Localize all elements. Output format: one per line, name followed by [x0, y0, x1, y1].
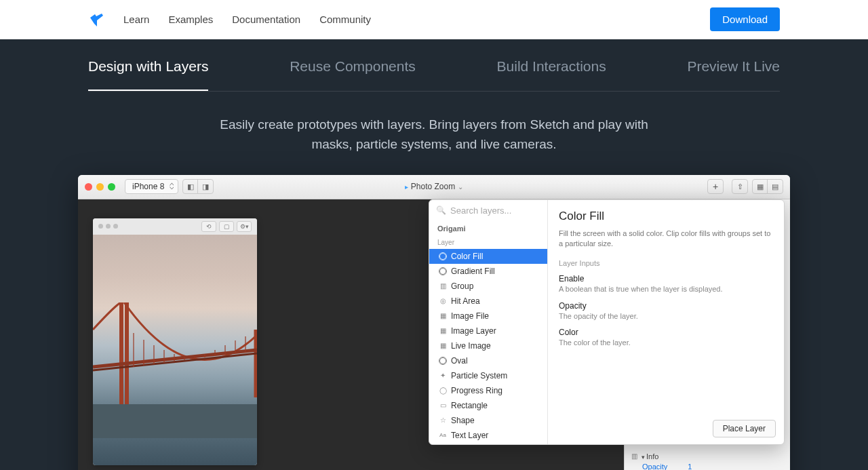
rect-icon	[439, 402, 447, 410]
tab-reuse-components[interactable]: Reuse Components	[290, 39, 416, 91]
layer-item-image-file[interactable]: Image File	[429, 309, 547, 324]
folder-icon: ▥	[631, 452, 637, 460]
layer-item-progress-ring[interactable]: Progress Ring	[429, 383, 547, 398]
place-layer-button[interactable]: Place Layer	[713, 420, 776, 437]
layer-item-label: Image File	[451, 311, 489, 321]
img-icon	[439, 312, 447, 320]
prop-name: Enable	[559, 274, 773, 283]
tab-design-layers[interactable]: Design with Layers	[88, 39, 208, 91]
layer-item-label: Particle System	[451, 371, 507, 380]
layer-item-group[interactable]: Group	[429, 279, 547, 294]
opacity-label: Opacity	[642, 463, 667, 470]
img-icon	[439, 327, 447, 335]
layer-item-image-layer[interactable]: Image Layer	[429, 324, 547, 338]
nav-links: Learn Examples Documentation Community	[123, 14, 371, 25]
layer-item-rectangle[interactable]: Rectangle	[429, 398, 547, 413]
inspector-opacity-row[interactable]: Opacity 1	[625, 463, 790, 470]
layer-group-label: Layer	[429, 236, 547, 249]
prop-enable: EnableA boolean that is true when the la…	[559, 274, 773, 294]
circle-icon	[439, 357, 447, 365]
prop-desc: A boolean that is true when the layer is…	[559, 284, 773, 294]
add-layer-button[interactable]: +	[707, 179, 724, 194]
camera-icon[interactable]: ▢	[219, 221, 234, 232]
grid-view-icon[interactable]: ▦	[753, 180, 768, 193]
nav-documentation[interactable]: Documentation	[232, 14, 300, 25]
layer-item-label: Color Fill	[451, 252, 483, 261]
layer-item-label: Rectangle	[451, 401, 488, 410]
prop-color: ColorThe color of the layer.	[559, 328, 773, 348]
layer-item-shape[interactable]: Shape	[429, 413, 547, 428]
layer-item-particle-system[interactable]: Particle System	[429, 368, 547, 383]
layer-item-live-image[interactable]: Live Image	[429, 338, 547, 353]
img-icon	[439, 342, 447, 350]
minimize-icon[interactable]	[96, 183, 104, 191]
prop-desc: The color of the layer.	[559, 338, 773, 348]
tab-preview-live[interactable]: Preview It Live	[687, 39, 780, 91]
feature-tabs: Design with Layers Reuse Components Buil…	[88, 39, 780, 92]
layer-item-hit-area[interactable]: Hit Area	[429, 294, 547, 309]
zoom-icon[interactable]	[108, 183, 115, 191]
settings-icon[interactable]: ⚙▾	[237, 221, 252, 232]
left-panel-icon[interactable]: ◧	[183, 180, 198, 193]
detail-description: Fill the screen with a solid color. Clip…	[559, 229, 773, 250]
nav-community[interactable]: Community	[319, 14, 371, 25]
window-toolbar: iPhone 8 ◧ ◨ ▸ Photo Zoom + ⇧ ▦ ▤	[78, 175, 790, 199]
document-title[interactable]: ▸ Photo Zoom	[405, 182, 463, 191]
star-icon	[439, 416, 447, 425]
preview-toolbar: ⟲ ▢ ⚙▾	[93, 218, 257, 235]
ring-icon	[439, 387, 447, 395]
search-input[interactable]: Search layers...	[429, 200, 547, 221]
layer-item-label: Text Layer	[451, 431, 488, 440]
layer-item-label: Hit Area	[451, 296, 480, 306]
reload-icon[interactable]: ⟲	[201, 221, 216, 232]
detail-title: Color Fill	[559, 210, 773, 223]
inspector-info-group[interactable]: ▥ Info	[625, 450, 790, 463]
device-selector[interactable]: iPhone 8	[125, 179, 178, 194]
opacity-value: 1	[688, 463, 692, 470]
layer-item-label: Group	[451, 281, 473, 291]
right-panel-icon[interactable]: ◨	[198, 180, 213, 193]
download-button[interactable]: Download	[710, 7, 780, 31]
feature-section: Design with Layers Reuse Components Buil…	[0, 39, 868, 470]
nav-examples[interactable]: Examples	[168, 14, 213, 25]
spark-icon	[439, 372, 447, 380]
window-traffic-lights	[85, 183, 115, 191]
app-window: iPhone 8 ◧ ◨ ▸ Photo Zoom + ⇧ ▦ ▤	[78, 175, 790, 470]
nav-learn[interactable]: Learn	[123, 14, 149, 25]
layer-item-label: Shape	[451, 416, 475, 425]
prop-opacity: OpacityThe opacity of the layer.	[559, 301, 773, 321]
layer-item-label: Image Layer	[451, 326, 496, 336]
folder-icon	[439, 282, 447, 290]
tab-build-interactions[interactable]: Build Interactions	[497, 39, 606, 91]
layer-item-color-fill[interactable]: Color Fill	[429, 249, 547, 264]
list-view-icon[interactable]: ▤	[768, 180, 783, 193]
layer-item-gradient-fill[interactable]: Gradient Fill	[429, 264, 547, 279]
preview-traffic-lights	[98, 224, 118, 229]
document-icon: ▸	[405, 183, 408, 191]
target-icon	[439, 297, 447, 305]
layer-item-label: Progress Ring	[451, 386, 502, 395]
layer-item-oval[interactable]: Oval	[429, 353, 547, 368]
inspector-info-label: Info	[642, 452, 658, 461]
layer-item-label: Live Image	[451, 341, 491, 351]
prop-desc: The opacity of the layer.	[559, 311, 773, 321]
layer-list-panel: Search layers... Origami Layer Color Fil…	[429, 200, 548, 444]
view-mode-toggle[interactable]: ▦ ▤	[752, 179, 783, 194]
svg-rect-0	[93, 404, 257, 438]
layer-item-label: Oval	[451, 356, 468, 366]
prop-name: Color	[559, 328, 773, 337]
aa-icon	[439, 431, 447, 439]
toolbar-panel-toggle[interactable]: ◧ ◨	[182, 179, 214, 194]
feature-subtitle: Easily create prototypes with layers. Br…	[217, 115, 651, 155]
circle-icon	[439, 267, 447, 275]
prop-name: Opacity	[559, 301, 773, 311]
layer-item-text-layer[interactable]: Text Layer	[429, 428, 547, 443]
preview-image	[93, 235, 257, 465]
share-icon[interactable]: ⇧	[732, 179, 748, 194]
preview-window: ⟲ ▢ ⚙▾	[93, 218, 257, 465]
close-icon[interactable]	[85, 183, 92, 191]
circle-icon	[439, 252, 447, 260]
logo-icon[interactable]	[88, 12, 104, 28]
layer-section-origami: Origami	[429, 221, 547, 236]
document-title-text: Photo Zoom	[411, 182, 455, 191]
